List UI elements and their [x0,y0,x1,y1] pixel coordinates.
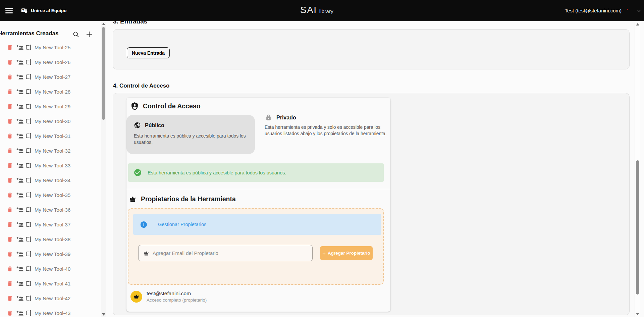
rename-icon[interactable] [25,44,32,51]
tool-list-item[interactable]: My New Tool-26 [0,55,101,69]
person-add-icon[interactable] [16,191,24,199]
tool-label[interactable]: My New Tool-39 [35,251,70,257]
rename-icon[interactable] [25,73,32,80]
tool-label[interactable]: My New Tool-33 [35,163,70,168]
tool-list-item[interactable]: My New Tool-32 [0,143,101,158]
rename-icon[interactable] [25,295,32,302]
rename-icon[interactable] [25,206,32,213]
trash-icon[interactable] [7,89,13,95]
tool-list-item[interactable]: My New Tool-36 [0,202,101,217]
tool-label[interactable]: My New Tool-43 [35,310,70,316]
trash-icon[interactable] [7,44,13,51]
trash-icon[interactable] [7,59,13,65]
tool-label[interactable]: My New Tool-37 [35,222,70,227]
person-add-icon[interactable] [16,309,24,317]
tool-label[interactable]: My New Tool-35 [35,192,70,198]
trash-icon[interactable] [7,118,13,124]
hamburger-menu-button[interactable] [5,7,15,14]
rename-icon[interactable] [25,88,32,95]
rename-icon[interactable] [25,192,32,198]
trash-icon[interactable] [7,162,13,169]
person-add-icon[interactable] [16,250,24,258]
tool-list-item[interactable]: My New Tool-33 [0,158,101,173]
person-add-icon[interactable] [16,176,24,184]
rename-icon[interactable] [25,310,32,316]
public-option[interactable]: Público Esta herramienta es pública y ac… [126,115,255,154]
person-add-icon[interactable] [16,295,24,302]
tool-label[interactable]: My New Tool-32 [35,148,70,154]
tool-list-item[interactable]: My New Tool-39 [0,247,101,261]
rename-icon[interactable] [25,265,32,272]
tool-list-item[interactable]: My New Tool-40 [0,261,101,276]
tool-list-item[interactable]: My New Tool-28 [0,84,101,99]
rename-icon[interactable] [25,251,32,257]
tool-list-item[interactable]: My New Tool-42 [0,291,101,306]
person-add-icon[interactable] [16,117,24,125]
tool-list-item[interactable]: My New Tool-34 [0,173,101,188]
scroll-down-arrow[interactable] [636,313,639,315]
trash-icon[interactable] [7,236,13,243]
person-add-icon[interactable] [16,147,24,155]
tool-label[interactable]: My New Tool-27 [35,74,70,80]
tool-label[interactable]: My New Tool-41 [35,281,70,286]
tool-list-item[interactable]: My New Tool-31 [0,128,101,143]
tool-label[interactable]: My New Tool-34 [35,177,70,183]
scroll-up-arrow[interactable] [636,23,639,25]
chevron-down-icon[interactable] [637,8,641,13]
add-tool-button[interactable] [85,30,94,39]
rename-icon[interactable] [25,133,32,139]
person-add-icon[interactable] [16,280,24,287]
person-add-icon[interactable] [16,73,24,81]
trash-icon[interactable] [7,148,13,154]
trash-icon[interactable] [7,177,13,183]
person-add-icon[interactable] [16,44,24,51]
tool-label[interactable]: My New Tool-25 [35,45,70,50]
trash-icon[interactable] [7,280,13,287]
tool-label[interactable]: My New Tool-30 [35,118,70,124]
tool-label[interactable]: My New Tool-29 [35,104,70,109]
person-add-icon[interactable] [16,58,24,66]
rename-icon[interactable] [25,162,32,169]
tool-list-item[interactable]: My New Tool-30 [0,114,101,128]
person-add-icon[interactable] [16,235,24,243]
tool-label[interactable]: My New Tool-42 [35,296,70,301]
trash-icon[interactable] [7,192,13,198]
rename-icon[interactable] [25,221,32,228]
rename-icon[interactable] [25,103,32,110]
person-add-icon[interactable] [16,132,24,140]
tool-list-item[interactable]: My New Tool-27 [0,69,101,84]
private-option[interactable]: Privado Esta herramienta es privada y so… [265,114,389,137]
add-owner-button[interactable]: + Agregar Propietario [320,246,373,260]
rename-icon[interactable] [25,177,32,183]
rename-icon[interactable] [25,118,32,124]
tool-list-item[interactable]: My New Tool-29 [0,99,101,114]
person-add-icon[interactable] [16,206,24,214]
person-add-icon[interactable] [16,103,24,110]
tool-label[interactable]: My New Tool-31 [35,133,70,139]
sidebar-scrollbar-thumb[interactable] [102,27,105,120]
rename-icon[interactable] [25,280,32,287]
trash-icon[interactable] [7,74,13,80]
sidebar-scrollbar[interactable] [101,21,106,317]
tool-list-item[interactable]: My New Tool-38 [0,232,101,247]
person-add-icon[interactable] [16,265,24,273]
scroll-down-arrow[interactable] [102,313,105,316]
tool-list-item[interactable]: My New Tool-35 [0,188,101,202]
rename-icon[interactable] [25,59,32,65]
user-menu[interactable]: Test (test@stefanini.com) [565,0,641,21]
person-add-icon[interactable] [16,88,24,96]
trash-icon[interactable] [7,207,13,213]
trash-icon[interactable] [7,266,13,272]
search-button[interactable] [71,30,80,39]
rename-icon[interactable] [25,236,32,243]
trash-icon[interactable] [7,133,13,139]
tool-list-item[interactable]: My New Tool-25 [0,40,101,55]
tool-label[interactable]: My New Tool-38 [35,236,70,242]
tool-label[interactable]: My New Tool-40 [35,266,70,272]
tool-list-item[interactable]: My New Tool-43 [0,306,101,317]
join-team-button[interactable]: T Unirse al Equipo [21,5,67,16]
page-scrollbar[interactable] [635,21,640,317]
trash-icon[interactable] [7,103,13,110]
trash-icon[interactable] [7,310,13,316]
tool-list-item[interactable]: My New Tool-41 [0,276,101,291]
